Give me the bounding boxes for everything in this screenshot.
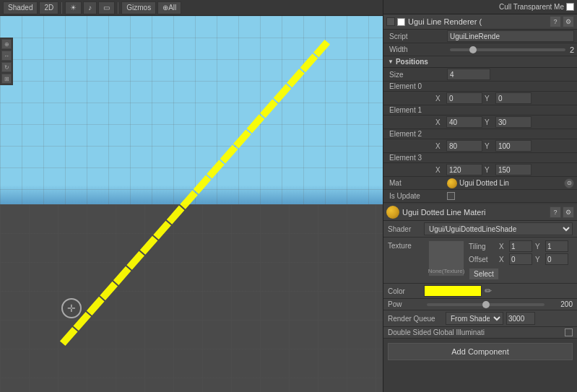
- tool-icon-3[interactable]: ↻: [1, 62, 12, 72]
- pow-label: Pow: [388, 300, 424, 308]
- element0-x-key: X: [435, 95, 444, 103]
- element3-y-key: Y: [485, 166, 493, 174]
- material-name: Ugui Dotted Line Materi: [402, 208, 550, 217]
- element1-x-input[interactable]: [446, 116, 482, 128]
- material-settings-btn[interactable]: ⚙: [563, 206, 574, 218]
- element2-y-input[interactable]: [495, 140, 532, 152]
- move-gizmo[interactable]: ✛: [61, 298, 83, 320]
- offset-x-input[interactable]: [509, 253, 532, 265]
- pow-row: Pow 200: [383, 299, 577, 310]
- tiling-label: Tiling: [469, 243, 496, 251]
- sun-icon-btn[interactable]: ☀: [65, 1, 82, 14]
- shader-select[interactable]: Ugui/UguiDottedLineShade: [424, 222, 573, 235]
- element0-x-input[interactable]: [446, 92, 482, 104]
- render-queue-row: Render Queue From Shader: [383, 310, 577, 327]
- element0-y-input[interactable]: [495, 92, 532, 104]
- script-value: [447, 30, 574, 42]
- tiling-y-input[interactable]: [545, 240, 568, 252]
- width-number: 2: [570, 45, 574, 54]
- size-input[interactable]: [447, 69, 490, 80]
- component-settings-btn[interactable]: ⚙: [563, 16, 574, 27]
- element3-xy: X Y: [383, 163, 577, 177]
- svg-line-0: [65, 45, 325, 341]
- shader-label: Shader: [388, 225, 424, 233]
- positions-arrow: ▼: [388, 58, 394, 65]
- tool-icon-1[interactable]: ⊕: [1, 39, 12, 49]
- element0-y-key: Y: [485, 95, 493, 103]
- element1-xy: X Y: [383, 116, 577, 129]
- double-sided-label: Double Sided Global Illuminati: [388, 328, 565, 336]
- element3-x-input[interactable]: [446, 164, 482, 175]
- script-row: Script: [383, 30, 577, 43]
- component-toggle[interactable]: [386, 17, 395, 26]
- element3-pair: X Y: [435, 164, 574, 175]
- audio-btn[interactable]: ♪: [83, 1, 97, 14]
- all-btn[interactable]: ⊕All: [157, 1, 181, 14]
- offset-x-key: X: [499, 256, 506, 263]
- color-edit-icon[interactable]: ✏: [485, 286, 492, 296]
- width-row: Width 2: [383, 43, 577, 56]
- render-queue-value-input[interactable]: [506, 312, 535, 325]
- pow-value: 200: [547, 300, 573, 308]
- element2-xy: X Y: [383, 139, 577, 153]
- texture-preview[interactable]: None (Texture): [428, 240, 464, 276]
- is-update-label: Is Update: [389, 192, 447, 200]
- tool-icon-2[interactable]: ↔: [1, 51, 12, 61]
- tool-icon-4[interactable]: ⊞: [1, 74, 12, 84]
- element1-label: Element 1: [389, 106, 422, 114]
- cull-checkbox[interactable]: [566, 3, 574, 11]
- size-label: Size: [389, 71, 447, 79]
- left-toolbar: ⊕ ↔ ↻ ⊞: [0, 38, 13, 85]
- element3-header: Element 3: [383, 153, 577, 163]
- element0-label: Element 0: [389, 82, 422, 90]
- tiling-x-input[interactable]: [509, 240, 532, 252]
- size-row: Size: [383, 68, 577, 82]
- mat-value: Ugui Dotted Lin ⊙: [447, 178, 574, 188]
- script-input[interactable]: [447, 30, 574, 42]
- size-value: [447, 69, 574, 80]
- select-button[interactable]: Select: [469, 268, 499, 280]
- color-row: Color ✏: [383, 284, 577, 299]
- shading-mode-btn[interactable]: Shaded: [3, 1, 38, 14]
- texture-sub-text: (Texture): [442, 268, 465, 274]
- texture-label: Texture: [388, 240, 424, 250]
- component-help-btn[interactable]: ?: [550, 16, 561, 27]
- mat-select-btn[interactable]: ⊙: [564, 178, 574, 188]
- render-queue-label: Render Queue: [388, 315, 446, 323]
- toolbar-sep-1: [61, 2, 62, 14]
- display-btn[interactable]: ▭: [98, 1, 115, 14]
- material-help-btn[interactable]: ?: [550, 206, 561, 218]
- positions-section: ▼ Positions: [383, 56, 577, 68]
- element2-header: Element 2: [383, 129, 577, 139]
- gizmos-btn[interactable]: Gizmos: [121, 1, 156, 14]
- element2-label: Element 2: [389, 130, 422, 138]
- element0-xy: X Y: [383, 92, 577, 105]
- offset-y-input[interactable]: [545, 253, 568, 265]
- element3-y-input[interactable]: [495, 164, 532, 175]
- render-queue-select[interactable]: From Shader: [446, 312, 503, 325]
- color-swatch[interactable]: [424, 285, 482, 297]
- material-component: Ugui Dotted Line Materi ? ⚙ Shader Ugui/…: [383, 204, 577, 339]
- element2-y-key: Y: [485, 142, 493, 150]
- is-update-checkbox[interactable]: [447, 192, 455, 200]
- element2-x-key: X: [435, 142, 444, 150]
- element0-pair: X Y: [435, 92, 574, 104]
- tiling-x-key: X: [499, 243, 506, 251]
- material-header: Ugui Dotted Line Materi ? ⚙: [383, 204, 577, 221]
- width-value: 2: [447, 45, 574, 54]
- component-enabled-checkbox[interactable]: [397, 18, 405, 26]
- material-buttons: ? ⚙: [550, 206, 574, 218]
- element1-y-input[interactable]: [495, 116, 532, 128]
- element1-header: Element 1: [383, 105, 577, 116]
- width-slider-thumb: [469, 46, 477, 53]
- pow-slider[interactable]: [427, 303, 545, 306]
- element2-x-input[interactable]: [446, 140, 482, 152]
- element3-x-key: X: [435, 166, 444, 174]
- width-slider[interactable]: [450, 48, 565, 51]
- shader-row: Shader Ugui/UguiDottedLineShade: [383, 221, 577, 238]
- offset-y-key: Y: [535, 256, 542, 263]
- double-sided-checkbox[interactable]: [565, 328, 573, 336]
- element1-pair: X Y: [435, 116, 574, 128]
- view-2d-btn[interactable]: 2D: [39, 1, 58, 14]
- add-component-button[interactable]: Add Component: [388, 343, 573, 360]
